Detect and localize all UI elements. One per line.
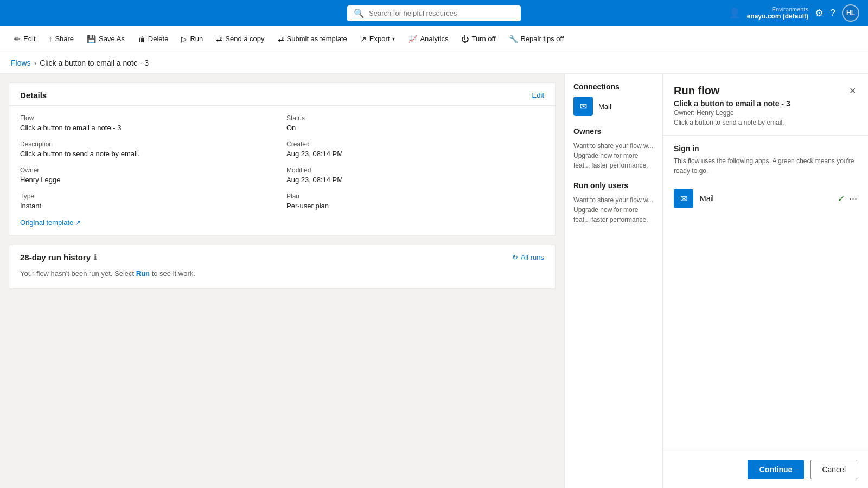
search-icon: 🔍 bbox=[354, 8, 365, 18]
run-only-title: Run only users bbox=[573, 181, 653, 190]
help-icon[interactable]: ? bbox=[830, 8, 835, 19]
run-only-upgrade-text: Want to share your flow w... Upgrade now… bbox=[573, 195, 653, 224]
original-template-link[interactable]: Original template ↗ bbox=[9, 219, 555, 235]
submit-template-icon: ⇄ bbox=[278, 35, 284, 43]
owners-upgrade-text: Want to share your flow w... Upgrade now… bbox=[573, 141, 653, 170]
connection-name-mail: Mail bbox=[598, 102, 611, 111]
analytics-button[interactable]: 📈 Analytics bbox=[403, 31, 454, 47]
close-panel-button[interactable]: ✕ bbox=[848, 85, 857, 97]
run-flow-header-content: Run flow Click a button to email a note … bbox=[674, 85, 790, 126]
app-actions: ✓ ··· bbox=[838, 193, 857, 204]
save-as-button[interactable]: 💾 Save As bbox=[81, 31, 130, 47]
run-flow-owner: Owner: Henry Legge bbox=[674, 109, 790, 117]
environment-info: Environments enayu.com (default) bbox=[747, 6, 808, 20]
detail-description: Description Click a button to send a not… bbox=[20, 140, 278, 158]
run-flow-title: Run flow bbox=[674, 85, 790, 97]
detail-owner: Owner Henry Legge bbox=[20, 166, 278, 184]
connection-item-mail: ✉ Mail bbox=[573, 97, 653, 116]
delete-button[interactable]: 🗑 Delete bbox=[132, 31, 174, 47]
info-icon: ℹ bbox=[94, 253, 97, 261]
sign-in-title: Sign in bbox=[674, 144, 857, 153]
detail-type: Type Instant bbox=[20, 192, 278, 210]
edit-button[interactable]: ✏ Edit bbox=[9, 31, 41, 47]
user-icon[interactable]: 👤 bbox=[729, 7, 741, 19]
connections-section: Connections ✉ Mail bbox=[573, 82, 653, 116]
run-link[interactable]: Run bbox=[136, 269, 150, 278]
details-edit-link[interactable]: Edit bbox=[532, 91, 544, 99]
run-only-section: Run only users Want to share your flow w… bbox=[573, 181, 653, 224]
cancel-button[interactable]: Cancel bbox=[810, 460, 857, 479]
send-copy-button[interactable]: ⇄ Send a copy bbox=[210, 31, 270, 47]
detail-plan: Plan Per-user plan bbox=[286, 192, 544, 210]
details-grid: Flow Click a button to email a note - 3 … bbox=[9, 106, 555, 219]
details-card-header: Details Edit bbox=[9, 83, 555, 106]
export-button[interactable]: ↗ Export ▾ bbox=[355, 31, 401, 47]
check-icon: ✓ bbox=[838, 194, 845, 204]
more-options-icon[interactable]: ··· bbox=[849, 193, 857, 204]
details-title: Details bbox=[20, 91, 47, 100]
share-icon: ↑ bbox=[48, 35, 52, 43]
analytics-icon: 📈 bbox=[408, 35, 417, 43]
detail-status: Status On bbox=[286, 114, 544, 132]
run-history-header: 28-day run history ℹ ↻ All runs bbox=[9, 245, 555, 269]
search-input[interactable] bbox=[369, 9, 514, 17]
run-flow-description: Click a button to send a note by email. bbox=[674, 119, 790, 126]
top-bar-right: 👤 Environments enayu.com (default) ⚙ ? H… bbox=[729, 4, 859, 22]
run-flow-header: Run flow Click a button to email a note … bbox=[663, 74, 868, 136]
share-button[interactable]: ↑ Share bbox=[43, 31, 79, 47]
mail-app-name: Mail bbox=[700, 194, 831, 203]
toolbar: ✏ Edit ↑ Share 💾 Save As 🗑 Delete ▷ Run … bbox=[0, 26, 868, 52]
send-copy-icon: ⇄ bbox=[216, 35, 222, 43]
right-sidebar: Connections ✉ Mail Owners Want to share … bbox=[564, 74, 662, 488]
detail-flow: Flow Click a button to email a note - 3 bbox=[20, 114, 278, 132]
run-history-body: Your flow hasn't been run yet. Select Ru… bbox=[9, 269, 555, 288]
search-box[interactable]: 🔍 bbox=[347, 5, 521, 21]
run-flow-body: Sign in This flow uses the following app… bbox=[663, 136, 868, 451]
breadcrumb-separator: › bbox=[34, 59, 37, 67]
owners-title: Owners bbox=[573, 127, 653, 136]
settings-icon[interactable]: ⚙ bbox=[815, 7, 824, 19]
mail-connection-icon: ✉ bbox=[573, 97, 593, 116]
run-flow-footer: Continue Cancel bbox=[663, 451, 868, 488]
connections-title: Connections bbox=[573, 82, 653, 91]
run-icon: ▷ bbox=[181, 35, 187, 43]
save-icon: 💾 bbox=[87, 35, 96, 43]
repair-icon: 🔧 bbox=[509, 35, 518, 43]
owners-section: Owners Want to share your flow w... Upgr… bbox=[573, 127, 653, 170]
repair-tips-button[interactable]: 🔧 Repair tips off bbox=[503, 31, 570, 47]
edit-icon: ✏ bbox=[14, 35, 21, 43]
content-area: Details Edit Flow Click a button to emai… bbox=[0, 74, 564, 488]
run-button[interactable]: ▷ Run bbox=[176, 31, 208, 47]
breadcrumb: Flows › Click a button to email a note -… bbox=[0, 52, 868, 74]
run-history-title: 28-day run history ℹ bbox=[20, 253, 97, 262]
run-flow-panel: Run flow Click a button to email a note … bbox=[662, 74, 868, 488]
environment-name: enayu.com (default) bbox=[747, 12, 808, 20]
environment-label: Environments bbox=[772, 6, 808, 12]
submit-template-button[interactable]: ⇄ Submit as template bbox=[272, 31, 353, 47]
details-card: Details Edit Flow Click a button to emai… bbox=[9, 82, 556, 236]
run-history-card: 28-day run history ℹ ↻ All runs Your flo… bbox=[9, 245, 556, 289]
turn-off-button[interactable]: ⏻ Turn off bbox=[456, 31, 501, 47]
breadcrumb-current: Click a button to email a note - 3 bbox=[40, 59, 149, 67]
breadcrumb-flows-link[interactable]: Flows bbox=[11, 59, 31, 67]
refresh-icon: ↻ bbox=[512, 253, 518, 261]
mail-app-icon: ✉ bbox=[674, 189, 693, 208]
run-flow-subtitle: Click a button to email a note - 3 bbox=[674, 99, 790, 108]
main-layout: Details Edit Flow Click a button to emai… bbox=[0, 74, 868, 488]
top-bar: 🔍 👤 Environments enayu.com (default) ⚙ ?… bbox=[0, 0, 868, 26]
export-chevron-icon: ▾ bbox=[392, 36, 395, 42]
turn-off-icon: ⏻ bbox=[461, 35, 469, 43]
export-icon: ↗ bbox=[360, 35, 367, 43]
all-runs-link[interactable]: ↻ All runs bbox=[512, 253, 544, 261]
sign-in-description: This flow uses the following apps. A gre… bbox=[674, 156, 857, 176]
continue-button[interactable]: Continue bbox=[748, 460, 805, 479]
detail-created: Created Aug 23, 08:14 PM bbox=[286, 140, 544, 158]
avatar[interactable]: HL bbox=[842, 4, 859, 22]
delete-icon: 🗑 bbox=[138, 35, 145, 43]
detail-modified: Modified Aug 23, 08:14 PM bbox=[286, 166, 544, 184]
run-history-text: Your flow hasn't been run yet. Select Ru… bbox=[20, 269, 195, 278]
app-item-mail: ✉ Mail ✓ ··· bbox=[674, 184, 857, 213]
external-link-icon: ↗ bbox=[75, 219, 81, 227]
